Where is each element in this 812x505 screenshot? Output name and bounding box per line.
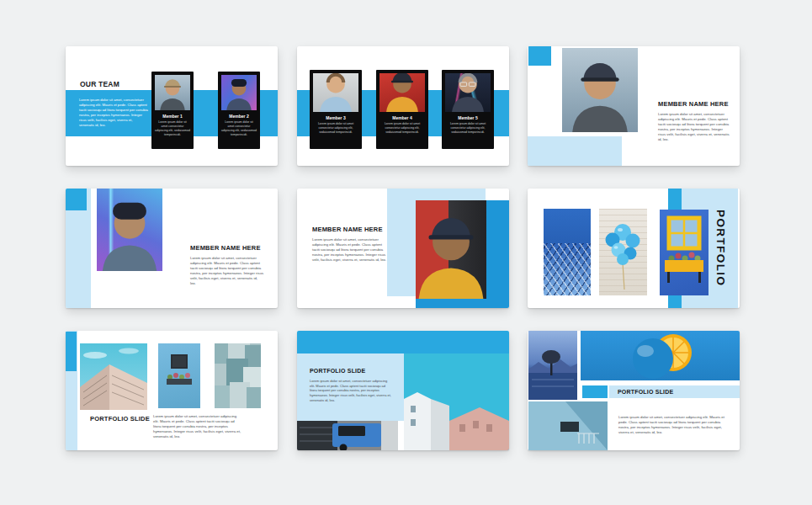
slide-grid: OUR TEAM Lorem ipsum dolor sit amet, con… (0, 0, 812, 505)
member-3-photo (313, 73, 358, 112)
blue-orange-photo (581, 331, 740, 380)
member-card: Member 3 Lorem ipsum dolor sit amet cons… (310, 70, 362, 149)
blue-balloons-photo (599, 209, 647, 295)
accent-square (582, 385, 608, 398)
body-text: Lorem ipsum dolor sit amet, consectetuer… (153, 414, 242, 439)
slide-title: PORTFOLIO SLIDE (618, 389, 673, 395)
intro-text: Lorem ipsum dolor sit amet, consectetuer… (79, 98, 148, 129)
slide-member-profile-3[interactable]: MEMBER NAME HERE Lorem ipsum dolor sit a… (297, 189, 509, 308)
slide-our-team[interactable]: OUR TEAM Lorem ipsum dolor sit amet, con… (66, 46, 278, 166)
vertical-title-wrap: PORTFOLIO (714, 189, 727, 308)
body-text: Lorem ipsum dolor sit amet, consectetuer… (658, 112, 730, 143)
body-text: Lorem ipsum dolor sit amet, consectetuer… (310, 379, 392, 402)
member-card: Member 2 Lorem ipsum dolor sit amet cons… (218, 72, 260, 149)
teal-sky-buildings-photo (404, 354, 509, 450)
member-portrait-photo (416, 200, 486, 299)
top-bar (297, 331, 509, 354)
accent-square (66, 189, 87, 210)
slide-title: OUR TEAM (80, 80, 119, 88)
member-portrait-photo (97, 189, 162, 271)
blue-truck-photo (297, 421, 398, 450)
member-desc: Lorem ipsum dolor sit amet consectetur a… (376, 120, 428, 136)
member-desc: Lorem ipsum dolor sit amet consectetur a… (151, 119, 194, 138)
slide-title: MEMBER NAME HERE (190, 244, 261, 252)
blue-wall-window-photo (158, 343, 200, 408)
yellow-window-photo (660, 210, 709, 295)
slide-title: MEMBER NAME HERE (312, 226, 383, 233)
slide-member-profile-2[interactable]: MEMBER NAME HERE Lorem ipsum dolor sit a… (66, 189, 278, 308)
shingles-photo (215, 343, 261, 408)
body-text: Lorem ipsum dolor sit amet, consectetuer… (190, 256, 264, 287)
building-corner-photo (80, 343, 147, 410)
slide-title: PORTFOLIO SLIDE (310, 368, 365, 374)
pyramid-pattern-photo (544, 209, 591, 295)
accent-rect (528, 136, 622, 166)
accent-square (528, 46, 551, 66)
member-5-photo (445, 73, 491, 112)
slide-portfolio-split[interactable]: PORTFOLIO SLIDE Lorem ipsum dolor sit am… (297, 331, 509, 450)
member-card: Member 5 Lorem ipsum dolor sit amet cons… (442, 70, 494, 149)
blue-wall-balcony-photo (528, 401, 608, 450)
accent-square (66, 332, 77, 371)
member-desc: Lorem ipsum dolor sit amet consectetur a… (442, 120, 494, 136)
lake-tree-photo (528, 331, 577, 400)
body-text: Lorem ipsum dolor sit amet, consectetuer… (312, 237, 390, 263)
slide-title: MEMBER NAME HERE (658, 100, 729, 108)
member-card: Member 4 Lorem ipsum dolor sit amet cons… (376, 70, 428, 149)
slide-portfolio-cover[interactable]: PORTFOLIO (528, 189, 740, 308)
slide-title: PORTFOLIO (714, 210, 727, 286)
member-4-photo (379, 73, 425, 112)
member-portrait-photo (562, 48, 638, 132)
slide-portfolio-three[interactable]: PORTFOLIO SLIDE Lorem ipsum dolor sit am… (66, 331, 278, 450)
member-desc: Lorem ipsum dolor sit amet consectetur a… (310, 120, 362, 136)
member-desc: Lorem ipsum dolor sit amet consectetur a… (218, 119, 260, 138)
member-2-photo (221, 75, 257, 110)
slide-portfolio-grid[interactable]: PORTFOLIO SLIDE Lorem ipsum dolor sit am… (528, 331, 740, 450)
slide-member-profile-1[interactable]: MEMBER NAME HERE Lorem ipsum dolor sit a… (528, 46, 740, 166)
member-1-photo (155, 75, 190, 110)
slide-team-members[interactable]: Member 3 Lorem ipsum dolor sit amet cons… (297, 46, 509, 166)
body-text: Lorem ipsum dolor sit amet, consectetuer… (618, 415, 730, 435)
slide-title: PORTFOLIO SLIDE (90, 415, 150, 423)
member-card: Member 1 Lorem ipsum dolor sit amet cons… (151, 72, 194, 149)
